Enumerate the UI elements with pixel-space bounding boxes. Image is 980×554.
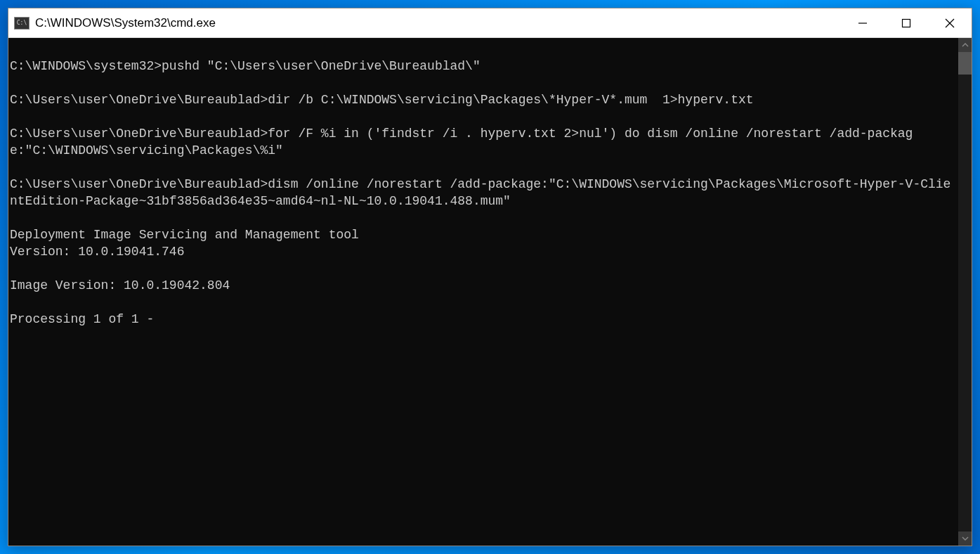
svg-rect-1	[903, 19, 910, 27]
scroll-down-button[interactable]	[958, 532, 972, 546]
terminal-area: C:\WINDOWS\system32>pushd "C:\Users\user…	[8, 38, 972, 546]
minimize-button[interactable]	[841, 8, 884, 37]
close-icon	[945, 18, 955, 28]
scroll-track[interactable]	[958, 52, 972, 532]
scroll-up-button[interactable]	[958, 38, 972, 52]
chevron-down-icon	[962, 536, 969, 541]
titlebar[interactable]: C:\ C:\WINDOWS\System32\cmd.exe	[8, 8, 972, 38]
scroll-thumb[interactable]	[958, 52, 972, 75]
minimize-icon	[858, 18, 868, 28]
terminal-output[interactable]: C:\WINDOWS\system32>pushd "C:\Users\user…	[8, 38, 958, 546]
cmd-icon: C:\	[14, 17, 30, 30]
cmd-window: C:\ C:\WINDOWS\System32\cmd.exe C:\WINDO…	[8, 8, 972, 546]
window-title: C:\WINDOWS\System32\cmd.exe	[35, 16, 841, 30]
maximize-button[interactable]	[884, 8, 928, 37]
scrollbar	[958, 38, 972, 546]
chevron-up-icon	[962, 43, 969, 47]
window-controls	[841, 8, 972, 37]
maximize-icon	[901, 18, 911, 28]
close-button[interactable]	[928, 8, 972, 37]
